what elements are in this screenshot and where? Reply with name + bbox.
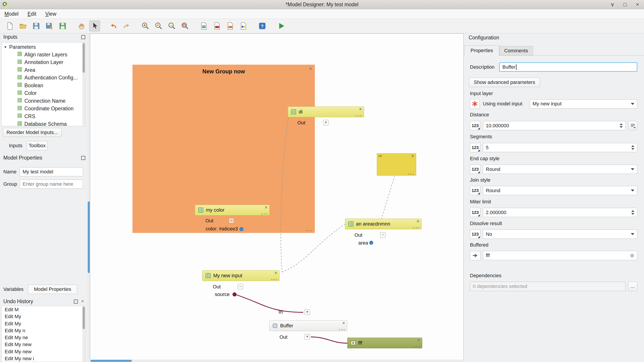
collapse-ports-button[interactable]: − [229, 218, 234, 223]
export-pdf-button[interactable] [212, 20, 222, 31]
close-window-button[interactable]: × [634, 1, 641, 8]
number-type-icon[interactable]: 123 [470, 165, 480, 174]
resize-handle[interactable]: ∘∘∘ [355, 114, 362, 118]
tree-item-authentication-config[interactable]: Authentication Config... [2, 74, 82, 82]
remove-node-icon[interactable]: ✕ [359, 107, 362, 112]
tab-properties[interactable]: Properties [464, 46, 499, 56]
undo-item[interactable]: Edit My new [2, 348, 85, 355]
resize-handle[interactable]: ∘∘∘ [261, 212, 268, 216]
tab-inputs[interactable]: Inputs [9, 141, 22, 150]
export-script-button[interactable] [238, 20, 249, 31]
model-node-fff-output[interactable]: fff ✕ ∘∘∘ [347, 338, 422, 348]
tab-model-properties[interactable]: Model Properties [28, 284, 77, 294]
segments-input[interactable]: 5 [483, 143, 637, 152]
canvas-horizontal-scrollbar-thumb[interactable] [90, 360, 132, 362]
output-socket[interactable] [240, 227, 244, 231]
number-type-icon[interactable]: 123 [470, 208, 480, 217]
titlebar[interactable]: *Model Designer: My test model ∨ □ × [0, 0, 644, 9]
save-model-as-button[interactable] [44, 20, 55, 31]
export-image-button[interactable] [198, 20, 209, 31]
tree-item-crs[interactable]: CRS [2, 112, 82, 120]
undo-scrollbar-thumb[interactable] [82, 307, 85, 329]
undo-item[interactable]: Edit My new i [2, 355, 85, 362]
model-canvas[interactable]: New Group now ✕ ∘∘∘ di ✕ ∘∘∘ Out + xzt ✕… [90, 33, 464, 362]
dissolve-result-combo[interactable]: No [483, 230, 637, 239]
spin-down-icon[interactable] [620, 126, 623, 128]
menu-edit[interactable]: Edit [23, 9, 41, 18]
tree-item-database-schema[interactable]: Database Schema [2, 120, 82, 126]
undo-item[interactable]: Edit My new [2, 341, 85, 348]
number-type-icon[interactable]: 123 [470, 186, 480, 195]
remove-node-icon[interactable]: ✕ [342, 321, 345, 326]
end-cap-style-combo[interactable]: Round [483, 165, 637, 174]
tree-item-color[interactable]: Color [2, 90, 82, 97]
export-svg-button[interactable] [225, 20, 236, 31]
tree-item-align-raster-layers[interactable]: Align raster Layers [2, 51, 82, 58]
tree-item-boolean[interactable]: Boolean [2, 82, 82, 90]
output-type-icon-button[interactable] [470, 251, 480, 260]
undo-item[interactable]: Edit My n [2, 327, 85, 334]
model-node-my-color[interactable]: my color ✕ ∘∘∘ [195, 205, 270, 216]
model-group-input[interactable] [20, 180, 83, 188]
redo-button[interactable] [121, 20, 132, 31]
comment-box[interactable]: xzt ✕ ∘∘∘ [377, 153, 416, 176]
remove-comment-icon[interactable]: ✕ [411, 154, 414, 158]
model-node-buffer[interactable]: Buffer ✕ ∘∘∘ [269, 320, 347, 331]
show-advanced-parameters-button[interactable]: Show advanced parameters [469, 78, 540, 87]
miter-limit-input[interactable]: 2.000000 [483, 208, 637, 217]
help-button[interactable]: ? [257, 20, 268, 31]
maximize-button[interactable]: □ [622, 1, 628, 8]
menu-view[interactable]: View [41, 9, 61, 18]
open-model-button[interactable] [18, 20, 28, 31]
expand-ports-button[interactable]: + [304, 334, 310, 340]
distance-input[interactable]: 10.000000 [483, 121, 626, 130]
input-layer-combo[interactable]: My new input [530, 99, 637, 108]
float-panel-icon[interactable] [74, 300, 78, 304]
resize-handle[interactable]: ∘∘∘ [408, 172, 414, 176]
canvas-vertical-scrollbar-thumb[interactable] [88, 201, 90, 273]
spinner-buttons[interactable] [630, 210, 634, 215]
tree-item-connection-name[interactable]: Connection Name [2, 97, 82, 105]
dependencies-browse-button[interactable]: ... [628, 282, 637, 291]
output-socket[interactable] [232, 292, 236, 296]
remove-node-icon[interactable]: ✕ [274, 271, 278, 276]
model-node-my-new-input[interactable]: My new input ✕ ∘∘∘ [202, 270, 280, 281]
clear-text-icon[interactable]: ⊗ [630, 252, 634, 259]
spin-up-icon[interactable] [631, 210, 634, 212]
remove-node-icon[interactable]: ✕ [417, 338, 420, 343]
number-type-icon[interactable]: 123 [470, 143, 480, 152]
model-name-input[interactable] [20, 167, 83, 176]
zoom-actual-button[interactable]: 1:1 [166, 20, 177, 31]
number-type-icon[interactable]: 123 [470, 230, 480, 239]
undo-scrollbar[interactable] [82, 306, 85, 362]
canvas-vertical-scrollbar[interactable] [88, 33, 90, 362]
data-defined-override-button[interactable] [628, 121, 637, 130]
resize-handle[interactable]: ∘∘∘ [306, 228, 312, 232]
tree-item-coordinate-operation[interactable]: Coordinate Operation [2, 105, 82, 113]
close-panel-icon[interactable]: × [81, 299, 84, 304]
spin-up-icon[interactable] [631, 145, 634, 147]
spin-down-icon[interactable] [631, 148, 634, 150]
spin-down-icon[interactable] [631, 213, 634, 215]
resize-handle[interactable]: ∘∘∘ [338, 328, 346, 332]
reorder-model-inputs-button[interactable]: Reorder Model Inputs... [3, 128, 62, 137]
spinner-buttons[interactable] [630, 145, 634, 150]
resize-handle[interactable]: ∘∘∘ [271, 278, 278, 282]
zoom-in-button[interactable] [140, 20, 151, 31]
save-model-in-project-button[interactable] [57, 20, 68, 31]
chevron-down-icon[interactable]: ▾ [2, 45, 9, 50]
minimize-button[interactable]: ∨ [609, 1, 616, 8]
tree-item-area[interactable]: Area [2, 66, 82, 74]
tree-scrollbar-thumb[interactable] [82, 43, 85, 73]
remove-node-icon[interactable]: ✕ [264, 205, 268, 210]
float-panel-icon[interactable] [81, 156, 85, 160]
remove-group-icon[interactable]: ✕ [309, 66, 312, 71]
undo-item[interactable]: Edit My [2, 320, 85, 327]
tree-root-parameters[interactable]: ▾ Parameters [2, 44, 36, 50]
layer-type-icon-button[interactable] [470, 99, 480, 109]
expand-ports-button[interactable]: + [304, 310, 310, 315]
undo-item[interactable]: Edit My ne [2, 334, 85, 341]
resize-handle[interactable]: ∘∘∘ [414, 345, 420, 349]
number-type-icon[interactable]: 123 [470, 121, 480, 130]
join-style-combo[interactable]: Round [483, 186, 637, 195]
